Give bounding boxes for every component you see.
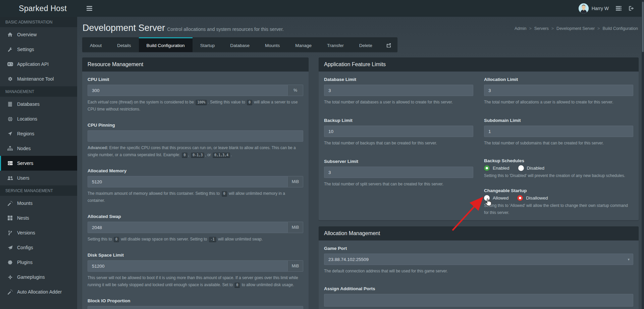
sign-out-icon [629, 6, 635, 11]
gear-icon [7, 77, 13, 82]
sidebar-item-configs[interactable]: Configs [0, 240, 77, 255]
backup-schedules-group: Backup Schedules Enabled Dis [484, 158, 633, 179]
server-list-button[interactable] [615, 6, 622, 11]
sidebar-item-maintenance-tool[interactable]: Maintenance Tool [0, 72, 77, 86]
allocation-limit-input[interactable] [484, 85, 633, 96]
sidebar-item-locations[interactable]: Locations [0, 112, 77, 126]
sidebar-item-label: Regions [17, 131, 34, 136]
database-limit-input[interactable] [324, 85, 473, 96]
backup-limit-input[interactable] [324, 126, 473, 137]
sidebar-item-nests[interactable]: Nests [0, 211, 77, 225]
sidebar-section-basic-administration: BASIC ADMINISTRATION [0, 17, 77, 27]
sidebar-item-nodes[interactable]: Nodes [0, 141, 77, 156]
changeable-startup-allowed-option[interactable]: Allowed [484, 195, 508, 201]
sidebar-item-gameplugins[interactable]: Gameplugins [0, 270, 77, 284]
sidebar-item-label: Plugins [17, 260, 33, 265]
sidebar-item-overview[interactable]: Overview [0, 27, 77, 42]
sidebar-item-mounts[interactable]: Mounts [0, 196, 77, 211]
assign-additional-ports-group: Assign Additional Ports Please note that… [324, 286, 633, 309]
sign-out-button[interactable] [629, 6, 635, 11]
sidebar-item-versions[interactable]: Versions [0, 225, 77, 240]
sidebar-item-label: Application API [17, 61, 49, 67]
sidebar-item-label: Databases [17, 101, 40, 107]
tab-transfer[interactable]: Transfer [319, 37, 352, 52]
tab-external-link[interactable] [380, 37, 397, 52]
home-icon [7, 32, 13, 37]
sidebar-item-label: Servers [17, 161, 33, 166]
game-port-select[interactable]: 23.88.74.102:25509 ▾ [324, 254, 633, 265]
allocated-swap-input[interactable] [88, 222, 288, 233]
tab-manage[interactable]: Manage [287, 37, 319, 52]
breadcrumb-separator: > [551, 26, 554, 31]
tab-startup[interactable]: Startup [193, 37, 223, 52]
block-io-proportion-input[interactable] [88, 306, 303, 309]
cpu-pinning-label: CPU Pinning [88, 123, 303, 128]
sidebar-item-plugins[interactable]: Plugins [0, 255, 77, 270]
subserver-limit-helper: The total number of split servers that c… [324, 181, 473, 188]
application-feature-limits-panel: Application Feature Limits Database Limi… [319, 57, 639, 220]
allocated-memory-input[interactable] [88, 176, 288, 187]
gamepad-icon [7, 62, 13, 66]
changeable-startup-disallowed-option[interactable]: Disallowed [517, 195, 548, 201]
subdomain-limit-group: Subdomain Limit The total number of subd… [484, 118, 633, 147]
server-tabs: About Details Build Configuration Startu… [82, 37, 397, 52]
assign-additional-ports-input[interactable] [324, 294, 633, 307]
radio-allowed[interactable] [484, 195, 490, 201]
sidebar-item-label: Overview [17, 32, 37, 37]
game-port-label: Game Port [324, 246, 633, 251]
breadcrumb-build-configuration: Build Configuration [602, 26, 638, 31]
radio-disallowed[interactable] [517, 195, 523, 201]
tab-build-configuration[interactable]: Build Configuration [139, 37, 193, 52]
page-title: Development ServerControl allocations an… [83, 23, 284, 33]
radio-disabled[interactable] [518, 165, 524, 171]
sidebar-item-servers[interactable]: Servers [0, 156, 77, 171]
changeable-startup-helper: Setting this to 'Allowed' will allow the… [484, 202, 633, 216]
allocated-swap-label: Allocated Swap [88, 214, 303, 219]
topbar: Sparked Host Harry W [0, 0, 644, 17]
sidebar-item-users[interactable]: Users [0, 171, 77, 185]
sidebar-item-auto-allocation-adder[interactable]: Auto Allocation Adder [0, 284, 77, 299]
disk-space-limit-input[interactable] [88, 260, 288, 272]
cpu-limit-input[interactable] [88, 85, 288, 96]
shuriken-icon [7, 275, 13, 280]
globe-icon [7, 117, 13, 122]
external-link-icon [386, 43, 391, 48]
allocation-limit-group: Allocation Limit The total number of all… [484, 77, 633, 106]
backup-schedules-enabled-option[interactable]: Enabled [484, 165, 509, 171]
changeable-startup-label: Changeable Startup [484, 188, 633, 193]
brand-logo[interactable]: Sparked Host [0, 4, 77, 13]
page-scrollbar[interactable] [642, 0, 644, 309]
tab-mounts[interactable]: Mounts [257, 37, 287, 52]
subserver-limit-input[interactable] [324, 167, 473, 178]
breadcrumb-separator: > [597, 26, 600, 31]
breadcrumb-development-server[interactable]: Development Server [556, 26, 595, 31]
user-menu[interactable]: Harry W [579, 3, 609, 13]
tab-database[interactable]: Database [222, 37, 257, 52]
page-header: Development ServerControl allocations an… [82, 21, 639, 37]
feature-limits-right-column: Allocation Limit The total number of all… [484, 77, 633, 219]
sidebar-item-settings[interactable]: Settings [0, 42, 77, 57]
application-feature-limits-title: Application Feature Limits [319, 57, 639, 72]
sidebar-item-application-api[interactable]: Application API [0, 57, 77, 72]
block-io-proportion-group: Block IO Proportion Advanced: The IO per… [88, 298, 303, 309]
cpu-limit-suffix: % [288, 85, 303, 96]
sidebar-item-regions[interactable]: Regions [0, 126, 77, 141]
subserver-limit-label: Subserver Limit [324, 159, 473, 164]
subdomain-limit-input[interactable] [484, 126, 633, 137]
changeable-startup-group: Changeable Startup Allowed D [484, 188, 633, 216]
scrollbar-thumb[interactable] [642, 2, 644, 52]
resource-management-title: Resource Management [82, 57, 309, 72]
backup-schedules-disabled-option[interactable]: Disabled [518, 165, 545, 171]
sidebar-toggle-button[interactable] [83, 0, 96, 17]
database-limit-label: Database Limit [324, 77, 473, 82]
cpu-pinning-input[interactable] [88, 130, 303, 142]
feature-limits-left-column: Database Limit The total number of datab… [324, 77, 473, 219]
sidebar-item-databases[interactable]: Databases [0, 97, 77, 112]
tab-details[interactable]: Details [109, 37, 139, 52]
tab-about[interactable]: About [82, 37, 109, 52]
radio-enabled[interactable] [484, 165, 490, 171]
sidebar-item-label: Versions [17, 230, 35, 235]
tab-delete[interactable]: Delete [352, 37, 380, 52]
breadcrumb-admin[interactable]: Admin [515, 26, 526, 31]
breadcrumb-servers[interactable]: Servers [534, 26, 549, 31]
